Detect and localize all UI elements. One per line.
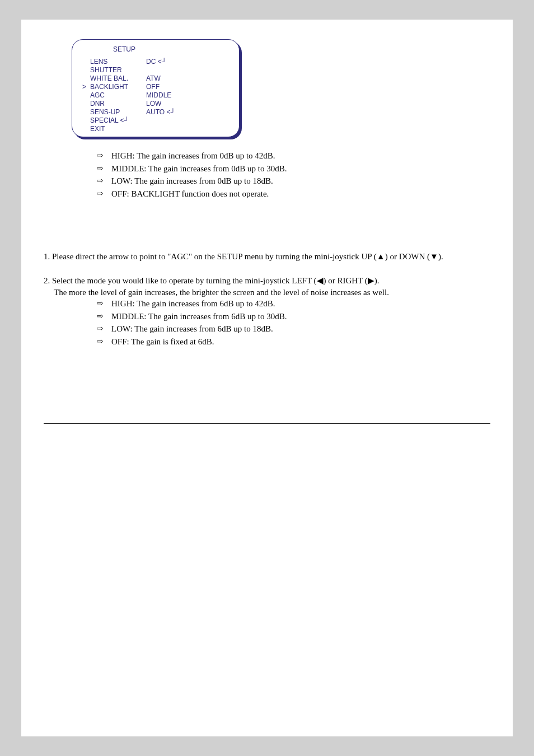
osd-item-value: LOW bbox=[146, 100, 161, 108]
step-subtext: The more the level of gain increases, th… bbox=[44, 288, 490, 297]
arrow-icon: ⇨ bbox=[97, 297, 111, 310]
osd-marker bbox=[82, 91, 90, 100]
list-item: ⇨ LOW: The gain increases from 0dB up to… bbox=[97, 175, 490, 188]
osd-marker bbox=[82, 108, 90, 116]
bullet-text: OFF: BACKLIGHT function does not operate… bbox=[111, 188, 269, 200]
osd-row: SPECIAL <┘ bbox=[82, 116, 229, 125]
bullet-text: LOW: The gain increases from 6dB up to 1… bbox=[111, 323, 273, 335]
bullet-text: MIDDLE: The gain increases from 0dB up t… bbox=[111, 162, 287, 175]
osd-marker bbox=[82, 66, 90, 74]
osd-row: > BACKLIGHT OFF bbox=[82, 83, 229, 91]
osd-item-name: SENS-UP bbox=[90, 108, 146, 116]
osd-screen: SETUP LENS DC <┘ SHUTTER WHITE BAL. ATW bbox=[72, 39, 240, 137]
osd-marker bbox=[82, 100, 90, 108]
step-text: 1. Please direct the arrow to point to "… bbox=[44, 250, 490, 263]
osd-item-name: DNR bbox=[90, 100, 146, 108]
osd-item-value: MIDDLE bbox=[146, 91, 171, 100]
osd-item-value: OFF bbox=[146, 83, 160, 91]
list-item: ⇨ HIGH: The gain increases from 0dB up t… bbox=[97, 150, 490, 162]
backlight-bullet-list: ⇨ HIGH: The gain increases from 0dB up t… bbox=[97, 150, 490, 200]
osd-item-value: ATW bbox=[146, 74, 161, 83]
list-item: ⇨ MIDDLE: The gain increases from 6dB up… bbox=[97, 310, 490, 323]
arrow-icon: ⇨ bbox=[97, 150, 111, 162]
osd-row: AGC MIDDLE bbox=[82, 91, 229, 100]
osd-marker: > bbox=[82, 83, 90, 91]
arrow-icon: ⇨ bbox=[97, 310, 111, 323]
osd-row: WHITE BAL. ATW bbox=[82, 74, 229, 83]
osd-row: DNR LOW bbox=[82, 100, 229, 108]
osd-row: SHUTTER bbox=[82, 66, 229, 74]
list-item: ⇨ HIGH: The gain increases from 6dB up t… bbox=[97, 297, 490, 310]
osd-item-name: EXIT bbox=[90, 125, 146, 133]
osd-row: LENS DC <┘ bbox=[82, 58, 229, 66]
osd-item-value: DC <┘ bbox=[146, 58, 166, 66]
bullet-text: HIGH: The gain increases from 0dB up to … bbox=[111, 150, 275, 162]
list-item: ⇨ OFF: The gain is fixed at 6dB. bbox=[97, 335, 490, 348]
osd-marker bbox=[82, 58, 90, 66]
step-text: 2. Select the mode you would like to ope… bbox=[44, 274, 490, 287]
bullet-text: MIDDLE: The gain increases from 6dB up t… bbox=[111, 310, 287, 323]
arrow-icon: ⇨ bbox=[97, 188, 111, 200]
osd-item-name: AGC bbox=[90, 91, 146, 100]
osd-title: SETUP bbox=[113, 45, 229, 53]
osd-item-name: WHITE BAL. bbox=[90, 74, 146, 83]
page: SETUP LENS DC <┘ SHUTTER WHITE BAL. ATW bbox=[21, 20, 513, 736]
osd-marker bbox=[82, 74, 90, 83]
numbered-steps: 1. Please direct the arrow to point to "… bbox=[44, 250, 490, 297]
bullet-text: HIGH: The gain increases from 6dB up to … bbox=[111, 297, 275, 310]
arrow-icon: ⇨ bbox=[97, 335, 111, 348]
osd-row: SENS-UP AUTO <┘ bbox=[82, 108, 229, 116]
divider bbox=[44, 423, 490, 424]
bullet-text: LOW: The gain increases from 0dB up to 1… bbox=[111, 175, 273, 188]
osd-item-name: SHUTTER bbox=[90, 66, 146, 74]
osd-item-name: BACKLIGHT bbox=[90, 83, 146, 91]
osd-marker bbox=[82, 125, 90, 133]
arrow-icon: ⇨ bbox=[97, 162, 111, 175]
arrow-icon: ⇨ bbox=[97, 175, 111, 188]
list-item: ⇨ MIDDLE: The gain increases from 0dB up… bbox=[97, 162, 490, 175]
arrow-icon: ⇨ bbox=[97, 323, 111, 335]
bullet-text: OFF: The gain is fixed at 6dB. bbox=[111, 335, 214, 348]
osd-rows: LENS DC <┘ SHUTTER WHITE BAL. ATW > BACK… bbox=[82, 58, 229, 133]
agc-bullet-list: ⇨ HIGH: The gain increases from 6dB up t… bbox=[97, 297, 490, 348]
osd-panel: SETUP LENS DC <┘ SHUTTER WHITE BAL. ATW bbox=[72, 39, 240, 137]
osd-item-name: SPECIAL <┘ bbox=[90, 116, 146, 125]
osd-marker bbox=[82, 116, 90, 125]
list-item: ⇨ OFF: BACKLIGHT function does not opera… bbox=[97, 188, 490, 200]
osd-row: EXIT bbox=[82, 125, 229, 133]
osd-item-value: AUTO <┘ bbox=[146, 108, 175, 116]
osd-item-name: LENS bbox=[90, 58, 146, 66]
list-item: ⇨ LOW: The gain increases from 6dB up to… bbox=[97, 323, 490, 335]
